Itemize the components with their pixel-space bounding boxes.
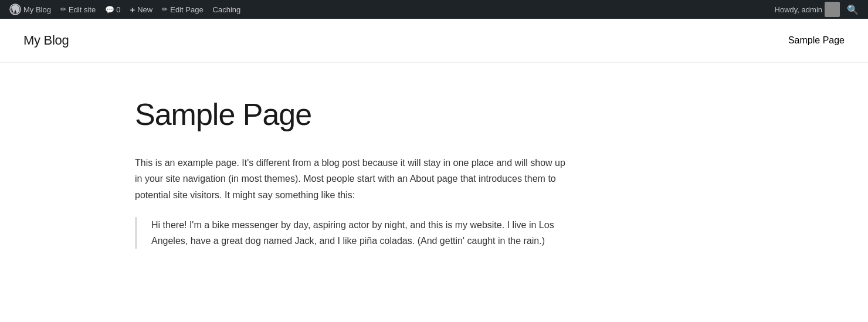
edit-page-link[interactable]: ✏ Edit Page (157, 0, 208, 19)
page-heading: Sample Page (135, 98, 569, 131)
edit-page-icon: ✏ (162, 5, 168, 13)
plus-icon: + (130, 5, 135, 15)
comments-count: 0 (116, 5, 120, 14)
admin-avatar (825, 2, 840, 17)
site-title[interactable]: My Blog (23, 33, 69, 48)
admin-bar: My Blog ✏ Edit site 💬 0 + New ✏ Edit Pag… (0, 0, 868, 19)
wp-site-label: My Blog (23, 5, 51, 14)
site-nav: Sample Page (788, 35, 845, 46)
wp-logo-icon (9, 4, 21, 15)
main-content: Sample Page This is an example page. It'… (111, 98, 592, 249)
edit-site-link[interactable]: ✏ Edit site (56, 0, 100, 19)
blockquote: Hi there! I'm a bike messenger by day, a… (135, 217, 569, 249)
edit-page-label: Edit Page (170, 5, 203, 14)
search-icon[interactable]: 🔍 (842, 4, 863, 15)
comment-icon: 💬 (105, 5, 114, 14)
caching-label: Caching (213, 5, 241, 14)
howdy-text: Howdy, admin (775, 5, 822, 14)
new-label: New (137, 5, 152, 14)
comments-link[interactable]: 💬 0 (100, 0, 125, 19)
intro-paragraph: This is an example page. It's different … (135, 155, 569, 203)
edit-site-label: Edit site (69, 5, 96, 14)
wp-logo-link[interactable]: My Blog (5, 0, 56, 19)
blockquote-text: Hi there! I'm a bike messenger by day, a… (151, 217, 569, 249)
new-content-link[interactable]: + New (125, 0, 157, 19)
caching-link[interactable]: Caching (208, 0, 246, 19)
edit-site-icon: ✏ (60, 5, 66, 13)
page-body: This is an example page. It's different … (135, 155, 569, 249)
sample-page-nav-link[interactable]: Sample Page (788, 35, 845, 45)
site-header: My Blog Sample Page (0, 19, 868, 63)
